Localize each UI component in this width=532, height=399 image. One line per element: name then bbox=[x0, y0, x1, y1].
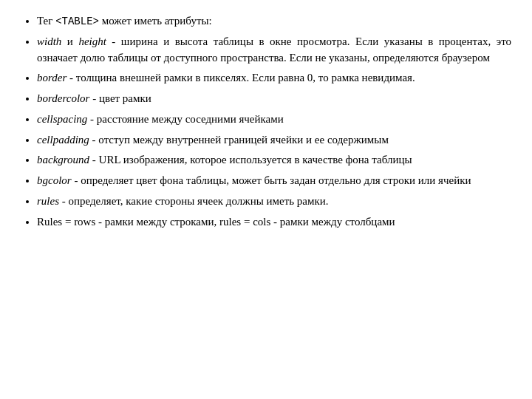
list-item-5: cellspacing - расстояние между соседними… bbox=[37, 112, 511, 128]
list-item-10: Rules = rows - рамки между строками, rul… bbox=[37, 214, 511, 231]
list-item-7: background - URL изображения, которое ис… bbox=[37, 152, 511, 168]
main-content: Тег <TABLE> может иметь атрибуты:width и… bbox=[13, 13, 511, 230]
list-item-4: bordercolor - цвет рамки bbox=[37, 91, 511, 107]
list-item-9: rules - определяет, какие стороны ячеек … bbox=[37, 194, 511, 210]
list-item-3: border - толщина внешней рамки в пикселя… bbox=[37, 70, 511, 86]
list-item-1: Тег <TABLE> может иметь атрибуты: bbox=[37, 13, 511, 30]
attribute-list: Тег <TABLE> может иметь атрибуты:width и… bbox=[13, 13, 511, 230]
list-item-2: width и height - ширина и высота таблицы… bbox=[37, 34, 511, 66]
list-item-8: bgcolor - определяет цвет фона таблицы, … bbox=[37, 173, 511, 189]
list-item-6: cellpadding - отступ между внутренней гр… bbox=[37, 132, 511, 149]
